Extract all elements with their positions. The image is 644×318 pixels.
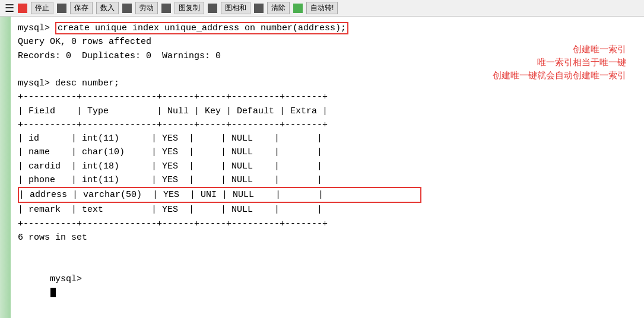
table-row-address-highlighted: | address | varchar(50) | YES | UNI | NU…	[18, 187, 421, 203]
copy-button[interactable]: 图复制	[175, 2, 204, 14]
empty-line-2	[18, 244, 637, 258]
query-ok-line: Query OK, 0 rows affected	[18, 35, 637, 49]
command-box: create unique index unique_address on nu…	[55, 22, 348, 34]
table-row-phone: | phone | int(11) | YES | | NULL | |	[18, 173, 637, 187]
clear-icon	[254, 4, 264, 13]
separator-mid: +----------+--------------+------+-----+…	[18, 118, 637, 132]
table-row-id: | id | int(11) | YES | | NULL | |	[18, 132, 637, 145]
table-row-cardid: | cardid | int(18) | YES | | NULL | |	[18, 160, 637, 173]
separator-bottom: +----------+--------------+------+-----+…	[18, 217, 637, 231]
row-count: 6 rows in set	[18, 231, 637, 244]
table-row-name: | name | char(10) | YES | | NULL | |	[18, 145, 637, 159]
copy-icon	[161, 4, 171, 13]
save-button[interactable]: 保存	[70, 2, 93, 14]
related-icon	[208, 4, 217, 13]
sidebar	[0, 17, 11, 318]
toolbar: ☰ 停止 保存 数入 劳动 图复制 图相和 清除 自动转!	[0, 0, 644, 17]
cursor	[50, 288, 56, 297]
labor-button[interactable]: 劳动	[135, 2, 158, 14]
separator-top: +----------+--------------+------+-----+…	[18, 90, 637, 104]
clear-button[interactable]: 清除	[267, 2, 290, 14]
desc-cmd: desc number;	[55, 78, 119, 88]
annotation-3: 创建唯一键就会自动创建唯一索引	[493, 70, 626, 81]
table-row-address: | address | varchar(50) | YES | UNI | NU…	[19, 188, 420, 202]
terminal[interactable]: mysql> create unique index unique_addres…	[11, 17, 644, 318]
annotation-2: 唯一索引相当于唯一键	[537, 57, 626, 68]
auto-icon	[293, 4, 303, 13]
auto-button[interactable]: 自动转!	[306, 2, 338, 14]
table-row-remark: | remark | text | YES | | NULL | |	[18, 203, 637, 217]
prompt-1: mysql>	[18, 23, 55, 33]
table-header: | Field | Type | Null | Key | Default | …	[18, 104, 637, 118]
stop-icon[interactable]	[18, 4, 27, 13]
menu-icon[interactable]: ☰	[5, 2, 14, 15]
command-line-1: mysql> create unique index unique_addres…	[18, 21, 637, 35]
prompt-2: mysql>	[18, 78, 55, 88]
stop-button[interactable]: 停止	[31, 2, 53, 14]
save-icon	[57, 4, 66, 13]
last-prompt: mysql>	[50, 274, 87, 284]
last-prompt-line[interactable]: mysql>	[18, 258, 637, 313]
main-area: mysql> create unique index unique_addres…	[0, 17, 644, 318]
related-button[interactable]: 图相和	[221, 2, 250, 14]
annotation-1: 创建唯一索引	[573, 44, 626, 55]
input-button[interactable]: 数入	[96, 2, 119, 14]
tools-icon	[122, 4, 132, 13]
sidebar-accent	[0, 17, 11, 318]
